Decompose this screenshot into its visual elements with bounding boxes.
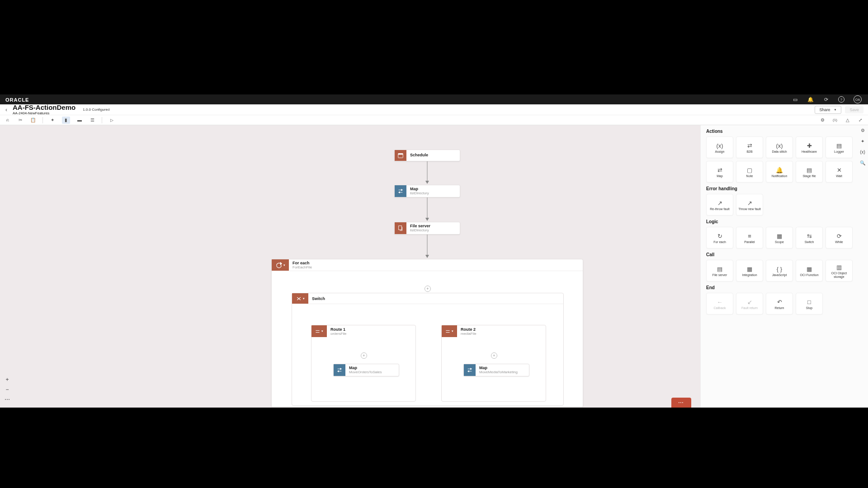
user-avatar[interactable]: OA <box>854 95 862 103</box>
callback-icon: ← <box>717 297 723 306</box>
tile-javascript[interactable]: { }JavaScript <box>766 260 793 282</box>
back-button[interactable]: ‹ <box>0 107 13 113</box>
tile-oci-function[interactable]: ▦OCI Function <box>796 260 823 282</box>
rail-search-icon[interactable]: 🔍 <box>859 160 866 166</box>
tile-notification[interactable]: 🔔Notification <box>766 161 793 183</box>
tile-for-each[interactable]: ↻For each <box>706 227 733 249</box>
tile-parallel[interactable]: ≡Parallel <box>736 227 763 249</box>
data-stitch-icon: (x) <box>776 141 783 150</box>
tile-b2b[interactable]: ⇄B2B <box>736 136 763 158</box>
group-foreach[interactable]: ▾ For eachForEachFile + ▾ Switch <box>271 259 583 408</box>
tile-while[interactable]: ⟳While <box>826 227 853 249</box>
svg-marker-10 <box>425 255 429 258</box>
title-bar: ‹ AA-FS-ActionDemo AA-2404-NewFeatures 1… <box>0 104 868 115</box>
zoom-in-button[interactable]: + <box>4 376 11 383</box>
tile-switch[interactable]: ⇆Switch <box>796 227 823 249</box>
tile-data-stitch[interactable]: (x)Data stitch <box>766 136 793 158</box>
for-each-icon: ↻ <box>717 231 722 240</box>
share-button[interactable]: Share <box>815 106 842 114</box>
zoom-controls: + − ⋯ <box>4 376 11 403</box>
zoom-more-button[interactable]: ⋯ <box>4 396 11 403</box>
svg-marker-19 <box>468 371 469 372</box>
refresh-icon[interactable]: ⟳ <box>823 96 829 103</box>
notifications-icon[interactable]: 🔔 <box>807 96 814 103</box>
paste-icon[interactable]: 📋 <box>30 117 36 123</box>
zoom-out-button[interactable]: − <box>4 386 11 393</box>
tile-file-server[interactable]: ▤File server <box>706 260 733 282</box>
note-icon: ▢ <box>747 165 752 174</box>
tile-map[interactable]: ⇄Map <box>706 161 733 183</box>
issues-count[interactable]: (1) <box>832 117 838 123</box>
side-rail: ⚙ ✦ (x) 🔍 <box>857 125 868 166</box>
tile-return[interactable]: ↶Return <box>766 293 793 314</box>
announcements-icon[interactable]: ▭ <box>792 96 798 103</box>
svg-marker-3 <box>425 181 429 184</box>
tile-logger[interactable]: ▤Logger <box>826 136 853 158</box>
map-icon <box>395 185 406 197</box>
brand-logo: ORACLE <box>5 96 29 102</box>
tile-scope[interactable]: ▦Scope <box>766 227 793 249</box>
run-icon[interactable]: ▷ <box>108 117 115 123</box>
rail-actions-icon[interactable]: ✦ <box>859 138 866 144</box>
tile-note[interactable]: ▢Note <box>736 161 763 183</box>
switch-icon: ⇆ <box>807 231 812 240</box>
warnings-icon[interactable]: △ <box>844 117 851 123</box>
map-icon <box>464 364 476 376</box>
re-throw-fault-icon: ↗ <box>717 198 722 207</box>
tile-oci-object-storage[interactable]: ▥OCI Object storage <box>826 260 853 282</box>
integration-icon: ▦ <box>747 264 752 273</box>
tile-assign[interactable]: (x)Assign <box>706 136 733 158</box>
rail-vars-icon[interactable]: (x) <box>859 149 866 155</box>
node-map-route2[interactable]: MapMoveMediaToMarketing <box>463 364 529 376</box>
tile-stop[interactable]: □Stop <box>796 293 823 314</box>
return-icon: ↶ <box>777 297 782 306</box>
foreach-icon: ▾ <box>272 259 289 271</box>
node-file-server[interactable]: File serverlistDirectory <box>394 222 460 235</box>
settings-icon[interactable]: ⚙ <box>819 117 826 123</box>
assign-icon: (x) <box>716 141 723 150</box>
stage-file-icon: ▤ <box>807 165 812 174</box>
auto-layout-icon[interactable]: ✦ <box>49 117 56 123</box>
node-map-listdirectory[interactable]: MaplistDirectory <box>394 185 460 197</box>
rail-settings-icon[interactable]: ⚙ <box>859 127 866 133</box>
map-icon: ⇄ <box>717 165 722 174</box>
oci-object-storage-icon: ▥ <box>836 263 842 272</box>
tile-stage-file[interactable]: ▤Stage file <box>796 161 823 183</box>
svg-marker-4 <box>401 189 403 191</box>
group-route2[interactable]: ▾ Route 2mediaFile + MapMoveMediaToMarke… <box>441 325 546 402</box>
scope-icon: ▦ <box>777 231 782 240</box>
add-button[interactable]: + <box>361 352 367 359</box>
tile-fault-return: ↙Fault return <box>736 293 763 314</box>
wait-icon: ✕ <box>837 165 842 174</box>
expand-icon[interactable]: ⤢ <box>857 117 863 123</box>
tile-throw-new-fault[interactable]: ↗Throw new fault <box>736 194 763 216</box>
svg-marker-18 <box>471 368 472 370</box>
tile-integration[interactable]: ▦Integration <box>736 260 763 282</box>
tile-healthcare[interactable]: ✚Healthcare <box>796 136 823 158</box>
cut-icon[interactable]: ✂ <box>17 117 24 123</box>
node-map-route1[interactable]: MapMoveOrdersToSales <box>333 364 399 376</box>
section-logic: Logic <box>706 219 863 224</box>
parallel-icon: ≡ <box>748 231 751 240</box>
svg-marker-14 <box>340 368 342 370</box>
undo-icon[interactable]: ⎌ <box>5 117 11 123</box>
layout-horizontal-icon[interactable]: ▬ <box>76 117 83 123</box>
layout-list-icon[interactable]: ☰ <box>89 117 95 123</box>
file-server-icon <box>395 222 406 234</box>
canvas[interactable]: Schedule MaplistDirectory File serverlis… <box>0 125 700 408</box>
layout-vertical-icon[interactable]: ▮ <box>62 117 70 124</box>
tile-wait[interactable]: ✕Wait <box>826 161 853 183</box>
tile-re-throw-fault[interactable]: ↗Re-throw fault <box>706 194 733 216</box>
svg-marker-5 <box>399 192 400 193</box>
section-call: Call <box>706 252 863 257</box>
save-button[interactable]: Save <box>845 106 863 113</box>
node-schedule[interactable]: Schedule <box>394 150 460 161</box>
add-button[interactable]: + <box>425 286 431 292</box>
errors-drawer-toggle[interactable]: ⋯ <box>671 398 691 408</box>
group-switch[interactable]: ▾ Switch ▾ Route 1ordersFile <box>292 293 564 406</box>
page-title: AA-FS-ActionDemo <box>13 104 75 111</box>
help-icon[interactable]: ? <box>838 96 844 103</box>
group-route1[interactable]: ▾ Route 1ordersFile + MapMoveOrdersToSal… <box>311 325 416 402</box>
svg-marker-11 <box>280 262 282 264</box>
add-button[interactable]: + <box>491 352 497 359</box>
